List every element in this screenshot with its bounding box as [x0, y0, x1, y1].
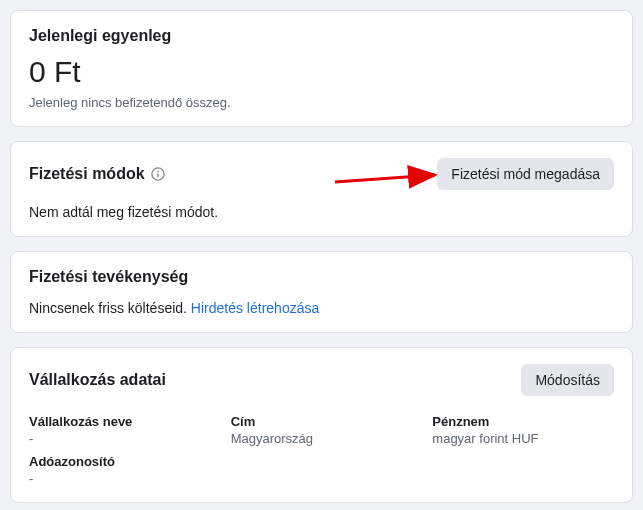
payment-methods-title-text: Fizetési módok: [29, 165, 145, 183]
activity-body: Nincsenek friss költéseid. Hirdetés létr…: [29, 300, 614, 316]
payment-methods-title: Fizetési módok: [29, 165, 165, 183]
balance-note: Jelenleg nincs befizetendő összeg.: [29, 95, 614, 110]
payment-methods-empty: Nem adtál meg fizetési módot.: [29, 204, 614, 220]
business-name-block: Vállalkozás neve - Adóazonosító -: [29, 414, 211, 486]
address-label: Cím: [231, 414, 413, 429]
business-title: Vállalkozás adatai: [29, 371, 166, 389]
tax-id-value: -: [29, 471, 211, 486]
tax-id-label: Adóazonosító: [29, 454, 211, 469]
balance-title: Jelenlegi egyenleg: [29, 27, 614, 45]
edit-business-button[interactable]: Módosítás: [521, 364, 614, 396]
svg-rect-2: [157, 173, 158, 177]
create-ad-link[interactable]: Hirdetés létrehozása: [191, 300, 319, 316]
business-currency-block: Pénznem magyar forint HUF: [432, 414, 614, 486]
activity-title: Fizetési tevékenység: [29, 268, 614, 286]
address-value: Magyarország: [231, 431, 413, 446]
business-name-value: -: [29, 431, 211, 446]
business-name-label: Vállalkozás neve: [29, 414, 211, 429]
balance-amount: 0 Ft: [29, 55, 614, 89]
payment-activity-card: Fizetési tevékenység Nincsenek friss köl…: [10, 251, 633, 333]
activity-empty-text: Nincsenek friss költéseid.: [29, 300, 191, 316]
business-address-block: Cím Magyarország: [231, 414, 413, 486]
payment-methods-card: Fizetési módok Fizetési mód megadása Nem…: [10, 141, 633, 237]
add-payment-method-button[interactable]: Fizetési mód megadása: [437, 158, 614, 190]
balance-card: Jelenlegi egyenleg 0 Ft Jelenleg nincs b…: [10, 10, 633, 127]
business-card: Vállalkozás adatai Módosítás Vállalkozás…: [10, 347, 633, 503]
svg-point-1: [157, 171, 159, 173]
info-icon[interactable]: [151, 167, 165, 181]
currency-label: Pénznem: [432, 414, 614, 429]
currency-value: magyar forint HUF: [432, 431, 614, 446]
